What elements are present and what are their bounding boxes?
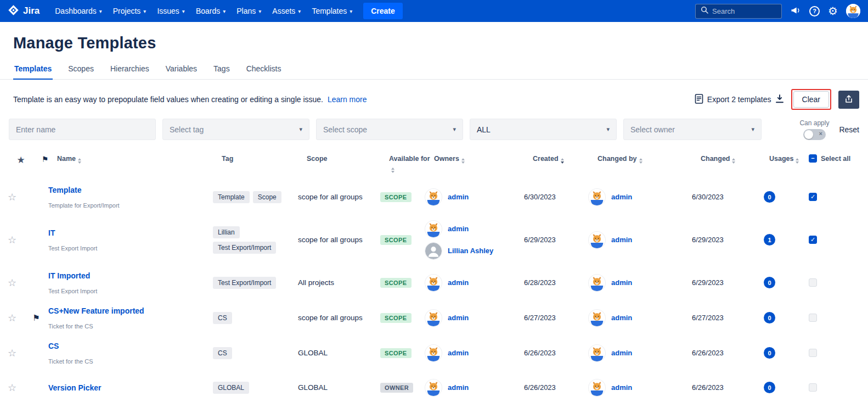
nav-item-dashboards[interactable]: Dashboards▾ [49,0,108,22]
pet-avatar [425,189,442,205]
nav-item-plans[interactable]: Plans▾ [231,0,267,22]
sort-icon[interactable] [796,158,799,164]
gear-icon: ⚙ [828,5,838,16]
tag-filter-select[interactable]: Select tag ▾ [162,119,309,140]
column-header-changed[interactable]: Changed [701,155,730,163]
column-header-changed-by[interactable]: Changed by [598,155,637,163]
table-row: ☆ ⚑ IT Test Export Import LillianTest Ex… [0,215,868,265]
scope-cell: scope for all groups [298,236,380,244]
favorite-star-icon[interactable]: ☆ [8,348,16,359]
sort-icon[interactable] [732,158,735,164]
nav-item-templates[interactable]: Templates▾ [306,0,358,22]
row-checkbox[interactable] [809,236,817,244]
row-checkbox[interactable] [809,278,817,287]
tab-scopes[interactable]: Scopes [67,61,95,80]
tab-variables[interactable]: Variables [165,61,198,80]
favorite-star-icon[interactable]: ☆ [8,312,16,323]
tag-chip: Lillian [213,226,240,238]
template-name-link[interactable]: IT [48,228,55,237]
template-name-link[interactable]: IT Imported [48,271,90,280]
tab-templates[interactable]: Templates [13,61,53,80]
row-checkbox[interactable] [809,383,817,392]
user-link[interactable]: admin [448,349,469,357]
column-header-name[interactable]: Name [57,155,76,163]
flag-column-icon[interactable]: ⚑ [42,155,49,164]
sort-icon[interactable] [639,158,642,164]
user-link[interactable]: admin [448,225,469,233]
nav-item-label: Assets [272,7,295,15]
user-link[interactable]: admin [611,278,632,287]
owners-cell: admin [425,310,524,326]
create-button[interactable]: Create [363,3,403,19]
changed-by-cell: admin [589,189,692,205]
favorite-star-icon[interactable]: ☆ [8,192,16,203]
chevron-down-icon: ▾ [223,8,226,14]
column-header-owners[interactable]: Owners [434,155,459,163]
nav-search[interactable] [695,4,782,19]
user-link[interactable]: admin [448,383,469,392]
sort-icon[interactable] [561,158,564,164]
table-row: ☆ ⚑ CS+New Feature imported Ticket for t… [0,300,868,336]
sort-icon[interactable] [78,158,81,164]
announcement-button[interactable] [790,5,801,18]
row-checkbox[interactable] [809,193,817,201]
template-name-link[interactable]: Version Picker [48,383,102,392]
owner: admin [589,189,692,205]
favorite-star-icon[interactable]: ☆ [8,277,16,288]
user-link[interactable]: admin [448,193,469,201]
tab-checklists[interactable]: Checklists [245,61,283,80]
user-link[interactable]: admin [611,236,632,244]
table-row: ☆ ⚑ IT Imported Test Export Import Test … [0,265,868,300]
user-link[interactable]: Lillian Ashley [448,247,493,255]
user-link[interactable]: admin [611,314,632,322]
export-templates-button[interactable]: Export 2 templates [695,94,784,105]
nav-item-boards[interactable]: Boards▾ [190,0,231,22]
select-all-checkbox[interactable] [809,154,817,163]
nav-item-issues[interactable]: Issues▾ [151,0,190,22]
favorite-column-icon[interactable]: ★ [16,155,25,165]
tag-chip: GLOBAL [213,382,249,394]
user-link[interactable]: admin [448,314,469,322]
tab-hierarchies[interactable]: Hierarchies [109,61,150,80]
column-header-created[interactable]: Created [533,155,559,163]
clear-button[interactable]: Clear [793,91,829,108]
column-header-usages[interactable]: Usages [769,155,793,163]
jira-logo[interactable]: Jira [8,4,40,18]
reset-button[interactable]: Reset [839,125,859,134]
select-all-label: Select all [821,154,850,164]
column-header-available-for[interactable]: Available for [389,155,430,163]
nav-item-assets[interactable]: Assets▾ [267,0,306,22]
tag-chip: CS [213,347,232,359]
favorite-star-icon[interactable]: ☆ [8,235,16,245]
settings-button[interactable]: ⚙ [828,5,838,16]
owner: admin [425,310,524,326]
help-button[interactable]: ? [809,6,820,16]
user-link[interactable]: admin [611,193,632,201]
available-filter-select[interactable]: ALL ▾ [470,119,617,140]
favorite-star-icon[interactable]: ☆ [8,382,16,393]
scope-filter-select[interactable]: Select scope ▾ [316,119,463,140]
template-name-link[interactable]: CS [48,342,59,350]
user-link[interactable]: admin [448,278,469,287]
share-button[interactable] [838,91,859,109]
template-name-link[interactable]: CS+New Feature imported [48,306,144,315]
learn-more-link[interactable]: Learn more [328,95,367,104]
can-apply-toggle[interactable]: × [803,129,826,140]
tab-tags[interactable]: Tags [212,61,231,80]
owner-filter-select[interactable]: Select owner ▾ [623,119,762,140]
sort-icon[interactable] [461,158,465,164]
sort-icon[interactable] [391,168,394,173]
user-link[interactable]: admin [611,383,632,392]
available-for-badge: SCOPE [380,278,412,288]
owners-cell: admin [425,345,524,361]
upload-icon [844,94,853,105]
search-input[interactable] [712,7,776,15]
row-checkbox[interactable] [809,314,817,322]
user-link[interactable]: admin [611,349,632,357]
name-filter-input[interactable] [9,119,156,140]
template-name-link[interactable]: Template [48,186,81,194]
row-checkbox[interactable] [809,349,817,357]
page-title: Manage Templates [13,34,855,52]
user-avatar[interactable] [846,4,860,18]
nav-item-projects[interactable]: Projects▾ [108,0,152,22]
